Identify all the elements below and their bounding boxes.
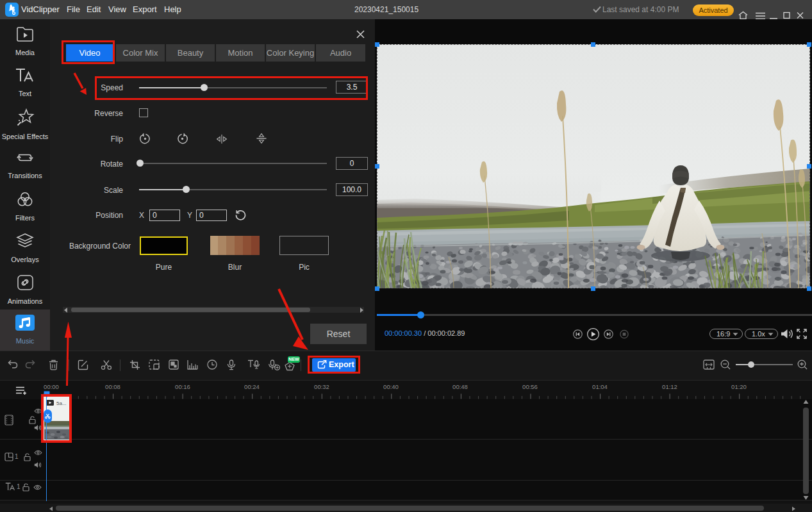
svg-text:01:20: 01:20	[731, 383, 747, 390]
svg-text:00:56: 00:56	[522, 383, 538, 390]
svg-text:01:12: 01:12	[662, 383, 677, 390]
svg-text:00:40: 00:40	[383, 383, 399, 390]
svg-text:00:16: 00:16	[175, 383, 190, 390]
svg-text:00:24: 00:24	[244, 383, 260, 390]
svg-text:00:32: 00:32	[314, 383, 329, 390]
svg-text:01:04: 01:04	[592, 383, 608, 390]
svg-text:00:48: 00:48	[452, 383, 468, 390]
svg-text:00:00: 00:00	[44, 383, 59, 390]
svg-text:00:08: 00:08	[105, 383, 120, 390]
